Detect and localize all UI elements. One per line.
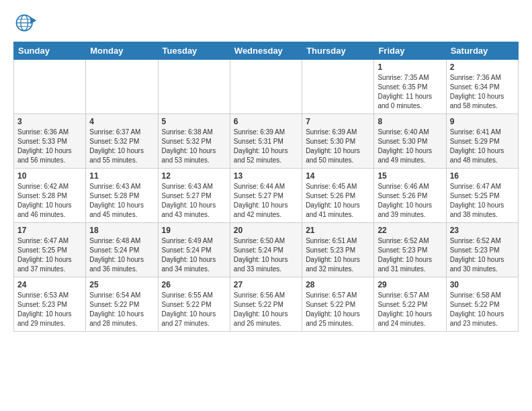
day-number: 3 bbox=[17, 117, 82, 126]
calendar-cell: 21Sunrise: 6:51 AM Sunset: 5:23 PM Dayli… bbox=[302, 223, 374, 277]
calendar-cell: 5Sunrise: 6:38 AM Sunset: 5:32 PM Daylig… bbox=[158, 114, 230, 169]
day-info: Sunrise: 6:57 AM Sunset: 5:22 PM Dayligh… bbox=[306, 291, 370, 328]
day-info: Sunrise: 6:47 AM Sunset: 5:25 PM Dayligh… bbox=[450, 182, 515, 220]
day-info: Sunrise: 6:47 AM Sunset: 5:25 PM Dayligh… bbox=[17, 236, 82, 274]
day-info: Sunrise: 6:46 AM Sunset: 5:26 PM Dayligh… bbox=[378, 182, 442, 220]
day-number: 23 bbox=[450, 226, 515, 235]
day-info: Sunrise: 6:49 AM Sunset: 5:24 PM Dayligh… bbox=[162, 236, 226, 274]
calendar-cell: 19Sunrise: 6:49 AM Sunset: 5:24 PM Dayli… bbox=[158, 223, 230, 277]
day-number: 1 bbox=[378, 62, 442, 72]
day-number: 8 bbox=[378, 117, 442, 126]
calendar-cell: 4Sunrise: 6:37 AM Sunset: 5:32 PM Daylig… bbox=[86, 114, 158, 169]
day-info: Sunrise: 6:43 AM Sunset: 5:27 PM Dayligh… bbox=[162, 182, 226, 220]
day-info: Sunrise: 6:58 AM Sunset: 5:22 PM Dayligh… bbox=[450, 291, 515, 328]
calendar-cell: 8Sunrise: 6:40 AM Sunset: 5:30 PM Daylig… bbox=[374, 114, 446, 169]
day-number: 29 bbox=[378, 280, 442, 289]
day-info: Sunrise: 6:50 AM Sunset: 5:24 PM Dayligh… bbox=[234, 236, 298, 274]
weekday-header: Saturday bbox=[446, 42, 518, 60]
page: SundayMondayTuesdayWednesdayThursdayFrid… bbox=[0, 0, 532, 342]
calendar-cell: 18Sunrise: 6:48 AM Sunset: 5:24 PM Dayli… bbox=[86, 223, 158, 277]
day-info: Sunrise: 6:43 AM Sunset: 5:28 PM Dayligh… bbox=[89, 182, 154, 220]
calendar-cell bbox=[302, 60, 374, 114]
calendar-cell: 23Sunrise: 6:52 AM Sunset: 5:23 PM Dayli… bbox=[446, 223, 518, 277]
calendar-cell bbox=[14, 60, 86, 114]
calendar-cell: 16Sunrise: 6:47 AM Sunset: 5:25 PM Dayli… bbox=[446, 169, 518, 223]
calendar-cell: 11Sunrise: 6:43 AM Sunset: 5:28 PM Dayli… bbox=[86, 169, 158, 223]
calendar-cell: 10Sunrise: 6:42 AM Sunset: 5:28 PM Dayli… bbox=[14, 169, 86, 223]
day-info: Sunrise: 6:53 AM Sunset: 5:23 PM Dayligh… bbox=[17, 291, 82, 328]
day-info: Sunrise: 6:39 AM Sunset: 5:31 PM Dayligh… bbox=[234, 128, 298, 165]
day-info: Sunrise: 6:57 AM Sunset: 5:22 PM Dayligh… bbox=[378, 291, 442, 328]
day-number: 12 bbox=[162, 171, 226, 181]
calendar-week-row: 24Sunrise: 6:53 AM Sunset: 5:23 PM Dayli… bbox=[14, 277, 519, 332]
day-number: 26 bbox=[162, 280, 226, 289]
weekday-header: Tuesday bbox=[158, 42, 230, 60]
day-number: 27 bbox=[234, 280, 298, 289]
day-number: 16 bbox=[450, 171, 515, 181]
day-info: Sunrise: 6:39 AM Sunset: 5:30 PM Dayligh… bbox=[306, 128, 370, 165]
day-number: 19 bbox=[162, 226, 226, 235]
day-number: 24 bbox=[17, 280, 82, 289]
calendar-cell: 12Sunrise: 6:43 AM Sunset: 5:27 PM Dayli… bbox=[158, 169, 230, 223]
logo-icon bbox=[13, 11, 38, 35]
day-number: 20 bbox=[234, 226, 298, 235]
day-info: Sunrise: 6:45 AM Sunset: 5:26 PM Dayligh… bbox=[306, 182, 370, 220]
weekday-header: Wednesday bbox=[230, 42, 302, 60]
day-info: Sunrise: 6:36 AM Sunset: 5:33 PM Dayligh… bbox=[17, 128, 82, 165]
day-info: Sunrise: 6:38 AM Sunset: 5:32 PM Dayligh… bbox=[162, 128, 226, 165]
day-info: Sunrise: 6:42 AM Sunset: 5:28 PM Dayligh… bbox=[17, 182, 82, 220]
day-info: Sunrise: 7:36 AM Sunset: 6:34 PM Dayligh… bbox=[450, 73, 515, 111]
day-number: 25 bbox=[89, 280, 154, 289]
day-info: Sunrise: 6:52 AM Sunset: 5:23 PM Dayligh… bbox=[378, 236, 442, 274]
calendar-cell: 1Sunrise: 7:35 AM Sunset: 6:35 PM Daylig… bbox=[374, 60, 446, 114]
calendar-cell: 6Sunrise: 6:39 AM Sunset: 5:31 PM Daylig… bbox=[230, 114, 302, 169]
calendar-week-row: 3Sunrise: 6:36 AM Sunset: 5:33 PM Daylig… bbox=[14, 114, 519, 169]
calendar-cell: 15Sunrise: 6:46 AM Sunset: 5:26 PM Dayli… bbox=[374, 169, 446, 223]
calendar-cell: 24Sunrise: 6:53 AM Sunset: 5:23 PM Dayli… bbox=[14, 277, 86, 332]
logo bbox=[13, 11, 42, 35]
weekday-header: Sunday bbox=[14, 42, 86, 60]
day-number: 18 bbox=[89, 226, 154, 235]
weekday-header-row: SundayMondayTuesdayWednesdayThursdayFrid… bbox=[14, 42, 519, 60]
day-number: 6 bbox=[234, 117, 298, 126]
day-number: 14 bbox=[306, 171, 370, 181]
day-number: 17 bbox=[17, 226, 82, 235]
day-info: Sunrise: 6:44 AM Sunset: 5:27 PM Dayligh… bbox=[234, 182, 298, 220]
day-info: Sunrise: 6:37 AM Sunset: 5:32 PM Dayligh… bbox=[89, 128, 154, 165]
day-number: 9 bbox=[450, 117, 515, 126]
day-number: 4 bbox=[89, 117, 154, 126]
day-number: 13 bbox=[234, 171, 298, 181]
calendar-cell: 13Sunrise: 6:44 AM Sunset: 5:27 PM Dayli… bbox=[230, 169, 302, 223]
day-number: 21 bbox=[306, 226, 370, 235]
calendar-cell: 29Sunrise: 6:57 AM Sunset: 5:22 PM Dayli… bbox=[374, 277, 446, 332]
day-info: Sunrise: 6:52 AM Sunset: 5:23 PM Dayligh… bbox=[450, 236, 515, 274]
calendar-cell: 3Sunrise: 6:36 AM Sunset: 5:33 PM Daylig… bbox=[14, 114, 86, 169]
day-number: 2 bbox=[450, 62, 515, 72]
day-number: 15 bbox=[378, 171, 442, 181]
calendar-cell bbox=[158, 60, 230, 114]
day-number: 28 bbox=[306, 280, 370, 289]
calendar-week-row: 10Sunrise: 6:42 AM Sunset: 5:28 PM Dayli… bbox=[14, 169, 519, 223]
day-info: Sunrise: 6:56 AM Sunset: 5:22 PM Dayligh… bbox=[234, 291, 298, 328]
day-number: 22 bbox=[378, 226, 442, 235]
calendar-cell: 20Sunrise: 6:50 AM Sunset: 5:24 PM Dayli… bbox=[230, 223, 302, 277]
day-info: Sunrise: 7:35 AM Sunset: 6:35 PM Dayligh… bbox=[378, 73, 442, 111]
day-number: 10 bbox=[17, 171, 82, 181]
day-info: Sunrise: 6:41 AM Sunset: 5:29 PM Dayligh… bbox=[450, 128, 515, 165]
calendar-cell: 7Sunrise: 6:39 AM Sunset: 5:30 PM Daylig… bbox=[302, 114, 374, 169]
weekday-header: Monday bbox=[86, 42, 158, 60]
calendar: SundayMondayTuesdayWednesdayThursdayFrid… bbox=[13, 42, 519, 332]
header bbox=[13, 11, 519, 35]
day-number: 11 bbox=[89, 171, 154, 181]
day-number: 5 bbox=[162, 117, 226, 126]
calendar-cell: 17Sunrise: 6:47 AM Sunset: 5:25 PM Dayli… bbox=[14, 223, 86, 277]
calendar-cell: 30Sunrise: 6:58 AM Sunset: 5:22 PM Dayli… bbox=[446, 277, 518, 332]
calendar-week-row: 17Sunrise: 6:47 AM Sunset: 5:25 PM Dayli… bbox=[14, 223, 519, 277]
calendar-cell: 26Sunrise: 6:55 AM Sunset: 5:22 PM Dayli… bbox=[158, 277, 230, 332]
calendar-week-row: 1Sunrise: 7:35 AM Sunset: 6:35 PM Daylig… bbox=[14, 60, 519, 114]
calendar-cell: 14Sunrise: 6:45 AM Sunset: 5:26 PM Dayli… bbox=[302, 169, 374, 223]
calendar-cell: 22Sunrise: 6:52 AM Sunset: 5:23 PM Dayli… bbox=[374, 223, 446, 277]
calendar-cell bbox=[230, 60, 302, 114]
calendar-cell bbox=[86, 60, 158, 114]
svg-marker-5 bbox=[30, 17, 36, 24]
